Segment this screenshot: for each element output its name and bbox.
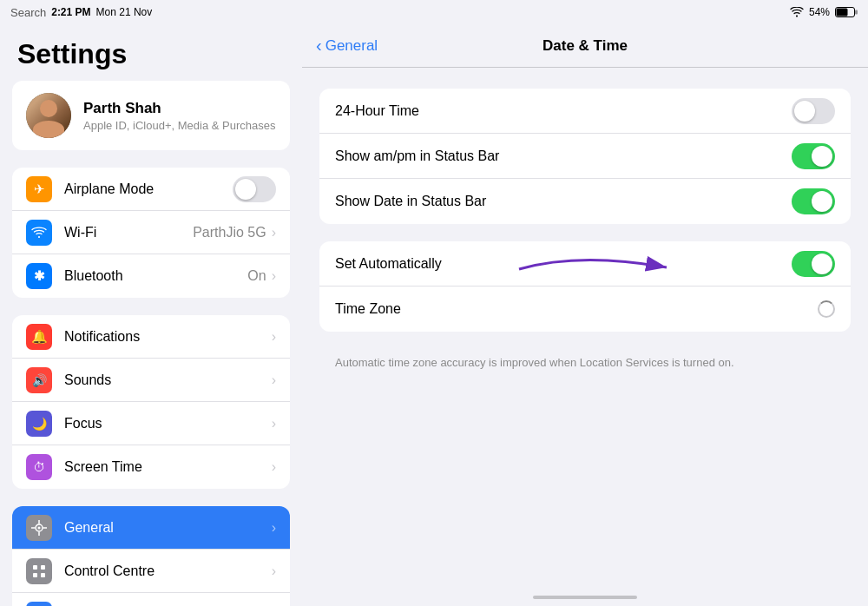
detail-row-setauto[interactable]: Set Automatically xyxy=(319,241,851,287)
wifi-chevron: › xyxy=(272,225,276,240)
wifi-label: Wi-Fi xyxy=(64,225,193,240)
settings-group-connectivity: ✈ Airplane Mode Wi-Fi Par xyxy=(12,168,290,298)
status-bar-left: Search 2:21 PM Mon 21 Nov xyxy=(10,6,152,19)
detail-hint: Automatic time zone accuracy is improved… xyxy=(319,349,851,379)
profile-info: Parth Shah Apple ID, iCloud+, Media & Pu… xyxy=(83,100,275,132)
svg-rect-12 xyxy=(41,573,45,577)
app-container: Settings Parth Shah Apple ID, iCloud+, M… xyxy=(0,24,868,606)
24hour-label: 24-Hour Time xyxy=(335,103,792,119)
detail-row-showdate[interactable]: Show Date in Status Bar xyxy=(319,179,851,224)
showdate-label: Show Date in Status Bar xyxy=(335,194,792,209)
setauto-toggle[interactable] xyxy=(792,251,835,277)
home-indicator xyxy=(302,589,868,606)
bluetooth-value: On xyxy=(247,268,266,284)
sidebar-item-general[interactable]: General › xyxy=(12,506,290,550)
general-label: General xyxy=(64,520,272,536)
detail-group-display: 24-Hour Time Show am/pm in Status Bar Sh… xyxy=(319,89,851,224)
status-bar: Search 2:21 PM Mon 21 Nov 54% xyxy=(0,0,868,24)
detail-group-auto: Set Automatically Time Zone xyxy=(319,241,851,332)
notifications-chevron: › xyxy=(272,329,276,345)
back-button[interactable]: ‹ General xyxy=(316,36,378,56)
general-chevron: › xyxy=(272,520,276,536)
focus-label: Focus xyxy=(64,416,272,431)
sounds-chevron: › xyxy=(272,372,276,388)
airplane-icon: ✈ xyxy=(26,176,52,202)
status-bar-right: 54% xyxy=(790,6,858,18)
detail-content: 24-Hour Time Show am/pm in Status Bar Sh… xyxy=(302,68,868,589)
detail-panel: ‹ General Date & Time 24-Hour Time Show … xyxy=(302,24,868,606)
screentime-label: Screen Time xyxy=(64,459,272,475)
sidebar-item-sounds[interactable]: 🔊 Sounds › xyxy=(12,359,290,402)
sidebar-item-airplane[interactable]: ✈ Airplane Mode xyxy=(12,168,290,211)
notifications-icon: 🔔 xyxy=(26,324,52,350)
wifi-value: ParthJio 5G xyxy=(193,225,266,240)
date-label: Mon 21 Nov xyxy=(96,6,153,18)
sidebar-item-display[interactable]: AA Display & Brightness › xyxy=(12,593,290,606)
profile-sub: Apple ID, iCloud+, Media & Purchases xyxy=(83,119,275,132)
screentime-icon: ⏱ xyxy=(26,454,52,480)
svg-rect-10 xyxy=(41,565,45,570)
showdate-toggle[interactable] xyxy=(792,188,835,214)
wifi-icon xyxy=(26,220,52,246)
sidebar-item-screentime[interactable]: ⏱ Screen Time › xyxy=(12,445,290,489)
display-icon: AA xyxy=(26,602,52,607)
sidebar-title: Settings xyxy=(0,24,302,81)
timezone-spinner xyxy=(818,300,835,318)
focus-chevron: › xyxy=(272,416,276,431)
svg-rect-2 xyxy=(837,9,848,16)
detail-row-showampm[interactable]: Show am/pm in Status Bar xyxy=(319,134,851,179)
setauto-label: Set Automatically xyxy=(335,256,792,272)
bluetooth-label: Bluetooth xyxy=(64,268,247,284)
profile-card[interactable]: Parth Shah Apple ID, iCloud+, Media & Pu… xyxy=(12,81,290,150)
sidebar-item-focus[interactable]: 🌙 Focus › xyxy=(12,402,290,445)
settings-group-general: General › Control Centre › AA xyxy=(12,506,290,606)
airplane-label: Airplane Mode xyxy=(64,181,233,197)
time-label: 2:21 PM xyxy=(51,6,90,18)
sounds-label: Sounds xyxy=(64,372,272,388)
svg-point-4 xyxy=(38,526,41,529)
sidebar: Settings Parth Shah Apple ID, iCloud+, M… xyxy=(0,24,302,606)
group2-container: Set Automatically Time Zone xyxy=(319,241,851,332)
detail-title: Date & Time xyxy=(542,37,628,55)
detail-row-timezone[interactable]: Time Zone xyxy=(319,287,851,332)
battery-label: 54% xyxy=(809,6,830,18)
sidebar-item-bluetooth[interactable]: ✱ Bluetooth On › xyxy=(12,254,290,298)
search-label: Search xyxy=(10,6,46,19)
svg-rect-1 xyxy=(855,10,858,15)
timezone-label: Time Zone xyxy=(335,301,818,317)
controlcentre-chevron: › xyxy=(272,563,276,579)
24hour-toggle[interactable] xyxy=(792,98,835,124)
focus-icon: 🌙 xyxy=(26,411,52,437)
controlcentre-label: Control Centre xyxy=(64,563,272,579)
avatar xyxy=(26,93,71,138)
svg-rect-11 xyxy=(33,573,37,577)
svg-rect-9 xyxy=(33,565,37,570)
showampm-toggle[interactable] xyxy=(792,143,835,169)
detail-header: ‹ General Date & Time xyxy=(302,24,868,68)
battery-icon xyxy=(835,7,858,17)
sidebar-item-wifi[interactable]: Wi-Fi ParthJio 5G › xyxy=(12,211,290,254)
notifications-label: Notifications xyxy=(64,329,272,345)
wifi-status-icon xyxy=(790,7,804,17)
controlcentre-icon xyxy=(26,558,52,584)
detail-row-24hour[interactable]: 24-Hour Time xyxy=(319,89,851,134)
back-chevron-icon: ‹ xyxy=(316,36,322,56)
general-icon xyxy=(26,515,52,541)
screentime-chevron: › xyxy=(272,459,276,475)
bluetooth-chevron: › xyxy=(272,268,276,284)
sounds-icon: 🔊 xyxy=(26,367,52,393)
settings-group-notifications: 🔔 Notifications › 🔊 Sounds › 🌙 Focus › xyxy=(12,315,290,489)
profile-name: Parth Shah xyxy=(83,100,275,117)
sidebar-item-notifications[interactable]: 🔔 Notifications › xyxy=(12,315,290,359)
back-label: General xyxy=(326,37,378,55)
airplane-toggle[interactable] xyxy=(233,176,276,202)
showampm-label: Show am/pm in Status Bar xyxy=(335,148,792,164)
sidebar-item-controlcentre[interactable]: Control Centre › xyxy=(12,550,290,593)
bluetooth-icon: ✱ xyxy=(26,263,52,289)
home-bar xyxy=(533,596,637,599)
